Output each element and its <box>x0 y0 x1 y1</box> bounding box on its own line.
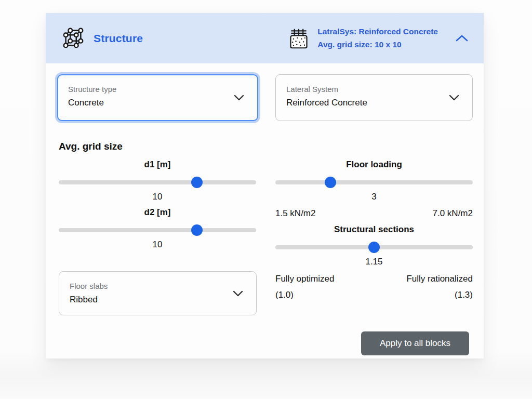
chevron-down-icon <box>447 93 461 102</box>
structure-type-label: Structure type <box>68 84 247 96</box>
lateral-system-label: Lateral System <box>286 84 462 96</box>
structure-type-select[interactable]: Structure type Concrete <box>57 74 258 121</box>
chevron-down-icon <box>231 289 245 298</box>
structural-sections-min-label: Fully optimized <box>275 272 334 286</box>
lateral-system-value: Reinforced Concrete <box>286 96 462 110</box>
structural-sections-max-label: Fully rationalized <box>406 272 473 286</box>
floor-loading-min-label: 1.5 kN/m2 <box>275 207 315 220</box>
d2-slider[interactable] <box>59 224 256 236</box>
floor-loading-slider-track[interactable] <box>275 180 473 184</box>
avg-grid-size-heading: Avg. grid size <box>59 141 123 152</box>
d2-label: d2 [m] <box>59 206 256 219</box>
d1-value: 10 <box>59 191 256 203</box>
lateral-system-select[interactable]: Lateral System Reinforced Concrete <box>275 74 473 121</box>
structural-sections-max-value: (1.3) <box>455 288 473 302</box>
d2-value: 10 <box>59 238 256 251</box>
panel-header[interactable]: Structure Latral <box>46 13 484 63</box>
d2-slider-group: d2 [m] 10 <box>59 206 256 251</box>
structural-sections-min-value: (1.0) <box>275 288 294 302</box>
d2-slider-track[interactable] <box>59 228 256 232</box>
floor-slabs-value: Ribbed <box>70 292 246 307</box>
panel-title: Structure <box>94 32 143 45</box>
chevron-down-icon <box>232 93 246 102</box>
structure-type-value: Concrete <box>68 96 247 110</box>
structural-sections-label: Structural sections <box>275 223 473 236</box>
floor-loading-value: 3 <box>275 191 473 203</box>
header-summary-line2: Avg. grid size: 10 x 10 <box>317 38 438 51</box>
concrete-slab-icon <box>287 28 310 49</box>
d1-slider[interactable] <box>59 177 256 188</box>
header-summary-line1: LatralSys: Reinforced Concrete <box>317 25 438 38</box>
floor-loading-slider-thumb[interactable] <box>325 177 336 188</box>
d1-slider-thumb[interactable] <box>191 177 203 188</box>
floor-loading-slider[interactable] <box>275 177 473 188</box>
floor-loading-max-label: 7.0 kN/m2 <box>433 207 473 220</box>
structure-panel: Structure Latral <box>46 13 484 358</box>
floor-loading-label: Floor loading <box>275 158 473 171</box>
d1-slider-track[interactable] <box>59 180 256 184</box>
floor-slabs-select[interactable]: Floor slabs Ribbed <box>59 271 257 315</box>
structural-sections-group: Structural sections 1.15 Fully optimized… <box>275 223 473 302</box>
header-summary: LatralSys: Reinforced Concrete Avg. grid… <box>317 25 438 51</box>
apply-to-all-blocks-button[interactable]: Apply to all blocks <box>361 331 469 355</box>
structure-cube-icon <box>61 26 85 50</box>
d1-label: d1 [m] <box>59 158 256 171</box>
structural-sections-value: 1.15 <box>275 256 473 268</box>
structural-sections-slider-thumb[interactable] <box>368 242 380 253</box>
structural-sections-slider[interactable] <box>275 242 473 253</box>
d2-slider-thumb[interactable] <box>191 224 203 236</box>
floor-slabs-label: Floor slabs <box>70 281 246 292</box>
floor-loading-group: Floor loading 3 1.5 kN/m2 7.0 kN/m2 <box>275 158 473 220</box>
d1-slider-group: d1 [m] 10 <box>59 158 256 203</box>
chevron-up-icon[interactable] <box>454 33 470 44</box>
